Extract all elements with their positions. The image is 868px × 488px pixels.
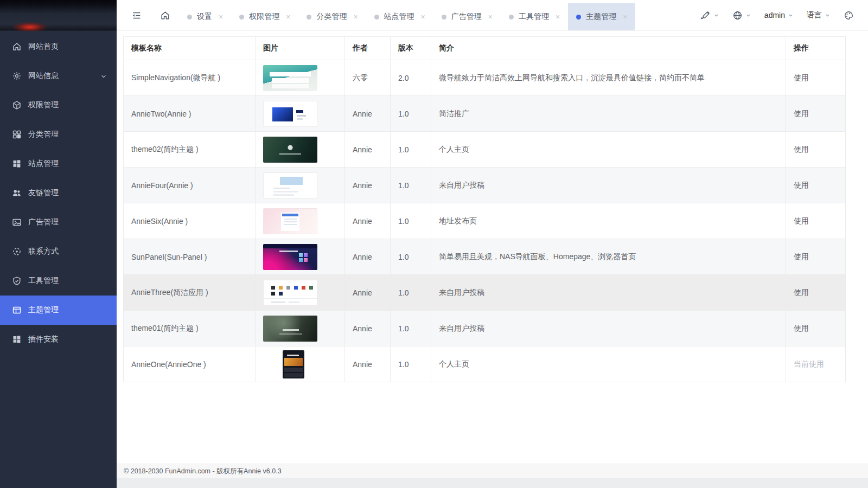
main-content: 模板名称 图片 作者 版本 简介 操作 SimpleNavigation(微导航… bbox=[117, 31, 868, 464]
table-row: AnnieTwo(Annie ) Annie 1.0 简洁推广 使用 bbox=[124, 96, 846, 132]
theme-version: 1.0 bbox=[391, 203, 431, 239]
chevron-down-icon bbox=[825, 12, 831, 18]
tab-tools[interactable]: 工具管理 × bbox=[501, 3, 568, 30]
tab-themes[interactable]: 主题管理 × bbox=[568, 3, 635, 30]
tab-label: 工具管理 bbox=[519, 12, 549, 22]
sidebar-item-label: 权限管理 bbox=[28, 100, 59, 110]
user-menu[interactable]: admin bbox=[764, 11, 794, 20]
clear-cache-menu[interactable] bbox=[700, 10, 719, 21]
bottom-scrollbar-track bbox=[117, 478, 868, 488]
sidebar-item-sites[interactable]: 站点管理 bbox=[0, 149, 117, 178]
theme-name: SunPanel(Sun-Panel ) bbox=[124, 239, 256, 275]
tab-sites[interactable]: 站点管理 × bbox=[366, 3, 433, 30]
theme-version: 1.0 bbox=[391, 275, 431, 311]
cube-icon bbox=[12, 100, 22, 110]
theme-name: SimpleNavigation(微导航 ) bbox=[124, 60, 256, 96]
theme-thumbnail bbox=[263, 101, 317, 127]
sidebar-item-label: 网站信息 bbox=[28, 71, 59, 81]
site-links-menu[interactable] bbox=[732, 10, 751, 21]
theme-intro: 地址发布页 bbox=[431, 203, 786, 239]
theme-thumbnail bbox=[263, 172, 317, 198]
shield-icon bbox=[12, 276, 22, 286]
theme-thumbnail bbox=[263, 208, 317, 234]
table-row: AnnieSix(Annie ) Annie 1.0 地址发布页 使用 bbox=[124, 203, 846, 239]
chevron-down-icon bbox=[713, 12, 719, 18]
collapse-sidebar-icon[interactable] bbox=[131, 10, 142, 21]
theme-intro: 简单易用且美观，NAS导航面板、Homepage、浏览器首页 bbox=[431, 239, 786, 275]
theme-palette-icon[interactable] bbox=[844, 10, 854, 21]
sidebar-item-label: 插件安装 bbox=[28, 335, 59, 344]
theme-intro: 来自用户投稿 bbox=[431, 275, 786, 311]
tab-label: 站点管理 bbox=[384, 12, 414, 22]
use-theme-button[interactable]: 使用 bbox=[794, 216, 809, 225]
tab-close-icon[interactable]: × bbox=[219, 13, 223, 21]
tab-label: 主题管理 bbox=[586, 12, 616, 22]
footer: © 2018-2030 FunAdmin.com - 版权所有Annie v6.… bbox=[117, 464, 868, 478]
tab-categories[interactable]: 分类管理 × bbox=[298, 3, 366, 30]
use-theme-button[interactable]: 使用 bbox=[794, 252, 809, 261]
image-icon bbox=[12, 217, 22, 227]
sidebar-item-links[interactable]: 友链管理 bbox=[0, 178, 117, 208]
home-tab-icon[interactable] bbox=[160, 10, 170, 21]
chevron-down-icon bbox=[788, 12, 794, 18]
theme-author: Annie bbox=[345, 275, 391, 311]
sidebar-item-site-info[interactable]: 网站信息 bbox=[0, 61, 117, 91]
theme-name: AnnieFour(Annie ) bbox=[124, 168, 256, 203]
theme-name: AnnieTwo(Annie ) bbox=[124, 96, 256, 132]
sidebar-item-tools[interactable]: 工具管理 bbox=[0, 266, 117, 296]
theme-version: 1.0 bbox=[391, 96, 431, 132]
tab-close-icon[interactable]: × bbox=[286, 13, 290, 21]
theme-intro: 来自用户投稿 bbox=[431, 168, 786, 203]
tab-permissions[interactable]: 权限管理 × bbox=[231, 3, 298, 30]
theme-intro: 来自用户投稿 bbox=[431, 311, 786, 346]
theme-version: 2.0 bbox=[391, 60, 431, 96]
sidebar-item-themes[interactable]: 主题管理 bbox=[0, 296, 117, 325]
language-menu[interactable]: 语言 bbox=[807, 10, 831, 20]
copyright-text: © 2018-2030 FunAdmin.com - 版权所有Annie v6.… bbox=[124, 467, 282, 476]
theme-thumbnail bbox=[263, 137, 317, 163]
col-header-version: 版本 bbox=[391, 37, 431, 60]
theme-author: Annie bbox=[345, 132, 391, 168]
theme-intro: 简洁推广 bbox=[431, 96, 786, 132]
tab-status-dot bbox=[442, 15, 446, 20]
sidebar-item-permissions[interactable]: 权限管理 bbox=[0, 91, 117, 120]
tab-close-icon[interactable]: × bbox=[623, 13, 627, 21]
use-theme-button[interactable]: 使用 bbox=[794, 288, 809, 297]
tab-status-dot bbox=[509, 15, 514, 20]
language-label: 语言 bbox=[807, 10, 822, 20]
site-icon bbox=[12, 159, 22, 169]
use-theme-button[interactable]: 使用 bbox=[794, 145, 809, 153]
sidebar-item-home[interactable]: 网站首页 bbox=[0, 32, 117, 61]
plugin-icon bbox=[12, 335, 22, 344]
theme-intro: 微导航致力于简洁高效上网导航和搜索入口，沉淀最具价值链接，简约而不简单 bbox=[431, 60, 786, 96]
tab-status-dot bbox=[187, 15, 192, 20]
sidebar-item-contact[interactable]: 联系方式 bbox=[0, 237, 117, 266]
use-theme-button[interactable]: 使用 bbox=[794, 73, 809, 82]
theme-thumbnail bbox=[283, 350, 304, 378]
theme-thumbnail bbox=[263, 65, 317, 91]
tab-status-dot bbox=[374, 15, 379, 20]
theme-author: Annie bbox=[345, 168, 391, 203]
sidebar-item-plugins[interactable]: 插件安装 bbox=[0, 325, 117, 354]
use-theme-button[interactable]: 使用 bbox=[794, 324, 809, 332]
tab-close-icon[interactable]: × bbox=[556, 13, 560, 21]
home-icon bbox=[12, 42, 22, 52]
sidebar-item-ads[interactable]: 广告管理 bbox=[0, 208, 117, 237]
use-theme-button[interactable]: 使用 bbox=[794, 181, 809, 189]
tab-close-icon[interactable]: × bbox=[353, 13, 358, 21]
sidebar-item-categories[interactable]: 分类管理 bbox=[0, 120, 117, 149]
use-theme-button[interactable]: 使用 bbox=[794, 109, 809, 118]
tab-close-icon[interactable]: × bbox=[421, 13, 425, 21]
theme-version: 1.0 bbox=[391, 346, 431, 382]
tab-close-icon[interactable]: × bbox=[488, 13, 493, 21]
table-row: AnnieOne(AnnieOne ) Annie 1.0 个人主页 当前使用 bbox=[124, 346, 846, 382]
tab-ads[interactable]: 广告管理 × bbox=[433, 3, 501, 30]
tab-settings[interactable]: 设置 × bbox=[179, 3, 231, 30]
sidebar-menu: 网站首页 网站信息 权限管理 分类管理 bbox=[0, 31, 117, 354]
col-header-actions: 操作 bbox=[786, 37, 846, 60]
theme-version: 1.0 bbox=[391, 168, 431, 203]
theme-name: AnnieSix(Annie ) bbox=[124, 203, 256, 239]
tab-bar: 设置 × 权限管理 × 分类管理 × 站点管理 × 广告管理 × 工具管理 × bbox=[179, 3, 635, 30]
table-row: SunPanel(Sun-Panel ) Annie 1.0 简单易用且美观，N… bbox=[124, 239, 846, 275]
sidebar-item-label: 站点管理 bbox=[28, 159, 59, 169]
